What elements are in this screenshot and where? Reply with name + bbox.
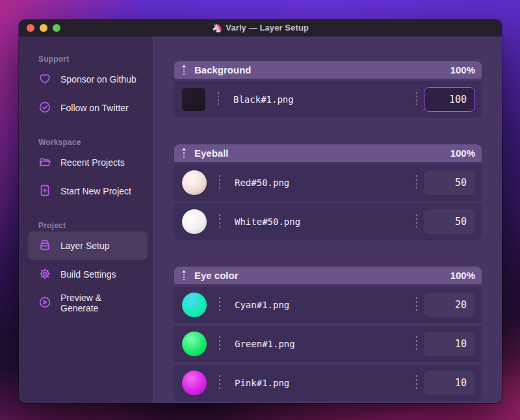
layer-weight-input[interactable] bbox=[424, 209, 475, 234]
layer-row-red-50-png[interactable]: Red#50.png bbox=[174, 164, 482, 201]
play-circle-icon bbox=[38, 296, 51, 311]
layer-thumbnail bbox=[182, 88, 205, 111]
layer-group-eye-color: Eye color 100% Cyan#1.png Green#1.png Pi… bbox=[174, 267, 482, 401]
layer-row-pink-1-png[interactable]: Pink#1.png bbox=[174, 365, 482, 401]
dotted-divider bbox=[416, 336, 417, 352]
layer-filename: White#50.png bbox=[235, 217, 300, 227]
sidebar-section-label: Project bbox=[28, 221, 148, 230]
layer-group-percent: 100% bbox=[450, 148, 475, 159]
layer-thumbnail bbox=[182, 332, 207, 356]
layer-thumbnail bbox=[182, 170, 207, 195]
layer-row-cyan-1-png[interactable]: Cyan#1.png bbox=[174, 287, 482, 323]
layer-weight-input[interactable] bbox=[424, 170, 475, 195]
dotted-divider bbox=[219, 297, 220, 313]
dotted-divider bbox=[219, 175, 220, 190]
sidebar-section-label: Workspace bbox=[28, 138, 148, 147]
sidebar-item-follow-on-twitter[interactable]: Follow on Twitter bbox=[28, 94, 148, 122]
layer-group-eyeball: Eyeball 100% Red#50.png White#50.png bbox=[174, 144, 482, 240]
check-circle-icon bbox=[38, 101, 51, 116]
layer-weight-input[interactable] bbox=[424, 332, 475, 356]
layer-row-white-50-png[interactable]: White#50.png bbox=[174, 203, 482, 240]
sidebar-item-label: Start New Project bbox=[60, 186, 131, 196]
sidebar-item-start-new-project[interactable]: Start New Project bbox=[28, 177, 148, 205]
sidebar-item-label: Sponsor on Github bbox=[60, 74, 136, 85]
sidebar-item-sponsor-on-github[interactable]: Sponsor on Github bbox=[28, 65, 148, 94]
heart-icon bbox=[38, 72, 51, 87]
gear-icon bbox=[38, 267, 51, 282]
layer-group-header: Eye color 100% bbox=[174, 267, 482, 284]
layer-setup-panel: Background 100% Black#1.png Eyeball 100%… bbox=[153, 36, 502, 403]
sidebar-item-label: Preview & Generate bbox=[60, 293, 141, 313]
layer-thumbnail bbox=[182, 209, 207, 234]
layer-group-background: Background 100% Black#1.png bbox=[174, 61, 482, 118]
drag-vertical-icon[interactable] bbox=[181, 147, 187, 160]
layer-group-title: Eyeball bbox=[194, 148, 229, 159]
sidebar: Support Sponsor on Github Follow on Twit… bbox=[19, 36, 153, 403]
layer-group-title: Background bbox=[194, 64, 252, 75]
dotted-divider bbox=[219, 375, 220, 391]
dotted-divider bbox=[416, 214, 417, 230]
sidebar-item-preview-generate[interactable]: Preview & Generate bbox=[28, 289, 148, 317]
layer-row-black-1-png[interactable]: Black#1.png bbox=[174, 81, 482, 118]
dotted-divider bbox=[219, 214, 220, 230]
dotted-divider bbox=[416, 92, 417, 107]
layer-thumbnail bbox=[182, 371, 207, 395]
sidebar-item-label: Follow on Twitter bbox=[60, 103, 129, 113]
layer-filename: Green#1.png bbox=[235, 339, 295, 349]
layer-weight-input[interactable] bbox=[424, 293, 475, 317]
layer-group-header: Eyeball 100% bbox=[174, 144, 482, 162]
layer-weight-input[interactable] bbox=[424, 87, 475, 112]
app-icon: 🦄 bbox=[212, 23, 222, 33]
dotted-divider bbox=[416, 297, 417, 313]
sidebar-item-recent-projects[interactable]: Recent Projects bbox=[28, 148, 148, 177]
layer-filename: Black#1.png bbox=[233, 94, 294, 105]
layer-filename: Pink#1.png bbox=[235, 378, 289, 388]
drag-vertical-icon[interactable] bbox=[181, 64, 187, 77]
dotted-divider bbox=[416, 175, 417, 190]
layer-group-title: Eye color bbox=[194, 270, 239, 281]
dotted-divider bbox=[416, 375, 417, 391]
titlebar: 🦄Varly — Layer Setup bbox=[19, 20, 502, 36]
folder-icon bbox=[38, 155, 51, 170]
layer-group-percent: 100% bbox=[450, 270, 475, 281]
dotted-divider bbox=[219, 336, 220, 352]
dotted-divider bbox=[218, 92, 219, 107]
archive-icon bbox=[38, 239, 51, 254]
layer-filename: Red#50.png bbox=[235, 177, 289, 188]
sidebar-section: Project Layer Setup Build Settings Previ… bbox=[28, 221, 148, 317]
window-title: 🦄Varly — Layer Setup bbox=[19, 23, 502, 33]
sidebar-item-layer-setup[interactable]: Layer Setup bbox=[28, 231, 148, 260]
window-title-text: Varly — Layer Setup bbox=[226, 23, 309, 33]
sidebar-item-label: Build Settings bbox=[60, 269, 116, 280]
layer-row-green-1-png[interactable]: Green#1.png bbox=[174, 326, 482, 362]
sidebar-item-build-settings[interactable]: Build Settings bbox=[28, 260, 148, 289]
sidebar-section-label: Support bbox=[28, 55, 148, 64]
file-plus-icon bbox=[38, 184, 51, 199]
drag-vertical-icon[interactable] bbox=[181, 269, 187, 282]
sidebar-section: Workspace Recent Projects Start New Proj… bbox=[28, 138, 148, 205]
sidebar-item-label: Recent Projects bbox=[60, 157, 125, 168]
layer-thumbnail bbox=[182, 293, 207, 317]
layer-group-header: Background 100% bbox=[174, 61, 482, 79]
sidebar-item-label: Layer Setup bbox=[60, 241, 110, 251]
sidebar-section: Support Sponsor on Github Follow on Twit… bbox=[28, 55, 148, 122]
layer-weight-input[interactable] bbox=[424, 371, 475, 395]
layer-group-percent: 100% bbox=[450, 64, 475, 75]
app-window: 🦄Varly — Layer Setup Support Sponsor on … bbox=[19, 20, 502, 403]
layer-filename: Cyan#1.png bbox=[235, 300, 289, 310]
